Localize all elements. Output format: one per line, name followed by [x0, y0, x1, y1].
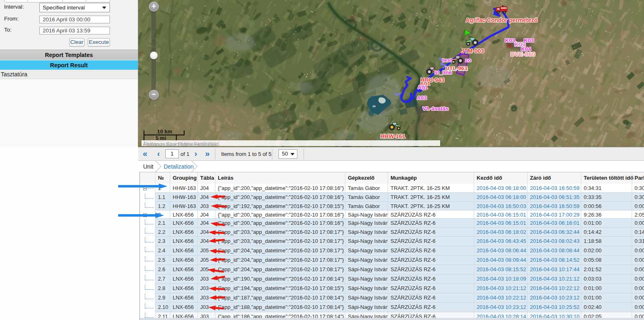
svg-text:10 km: 10 km — [157, 128, 172, 135]
